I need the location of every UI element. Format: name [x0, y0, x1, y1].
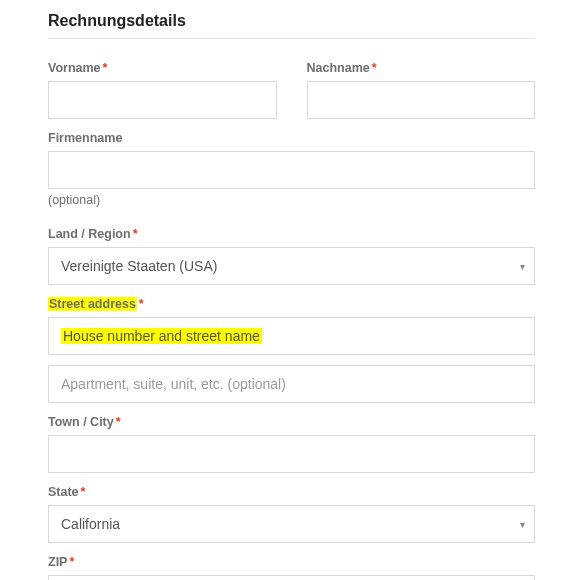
first-name-label: Vorname* — [48, 61, 277, 75]
country-label: Land / Region* — [48, 227, 535, 241]
zip-label: ZIP* — [48, 555, 535, 569]
last-name-input[interactable] — [307, 81, 536, 119]
state-label: State* — [48, 485, 535, 499]
section-title: Rechnungsdetails — [48, 12, 535, 30]
required-marker: * — [139, 297, 144, 311]
first-name-input[interactable] — [48, 81, 277, 119]
company-optional-note: (optional) — [48, 193, 535, 207]
street-line1-input[interactable] — [48, 317, 535, 355]
street-label: Street address* — [48, 297, 535, 311]
city-label-text: Town / City — [48, 415, 114, 429]
first-name-label-text: Vorname — [48, 61, 101, 75]
company-label: Firmenname — [48, 131, 535, 145]
country-select[interactable]: Vereinigte Staaten (USA) ▾ — [48, 247, 535, 285]
company-input[interactable] — [48, 151, 535, 189]
required-marker: * — [133, 227, 138, 241]
section-divider — [48, 38, 535, 39]
state-select[interactable]: California ▾ — [48, 505, 535, 543]
country-selected-value: Vereinigte Staaten (USA) — [48, 247, 535, 285]
last-name-label: Nachname* — [307, 61, 536, 75]
required-marker: * — [103, 61, 108, 75]
zip-label-text: ZIP — [48, 555, 67, 569]
required-marker: * — [372, 61, 377, 75]
street-label-text: Street address — [48, 297, 137, 311]
required-marker: * — [69, 555, 74, 569]
country-label-text: Land / Region — [48, 227, 131, 241]
street-line2-input[interactable] — [48, 365, 535, 403]
city-label: Town / City* — [48, 415, 535, 429]
required-marker: * — [81, 485, 86, 499]
last-name-label-text: Nachname — [307, 61, 370, 75]
city-input[interactable] — [48, 435, 535, 473]
state-label-text: State — [48, 485, 79, 499]
zip-input[interactable] — [48, 575, 535, 580]
required-marker: * — [116, 415, 121, 429]
state-selected-value: California — [48, 505, 535, 543]
